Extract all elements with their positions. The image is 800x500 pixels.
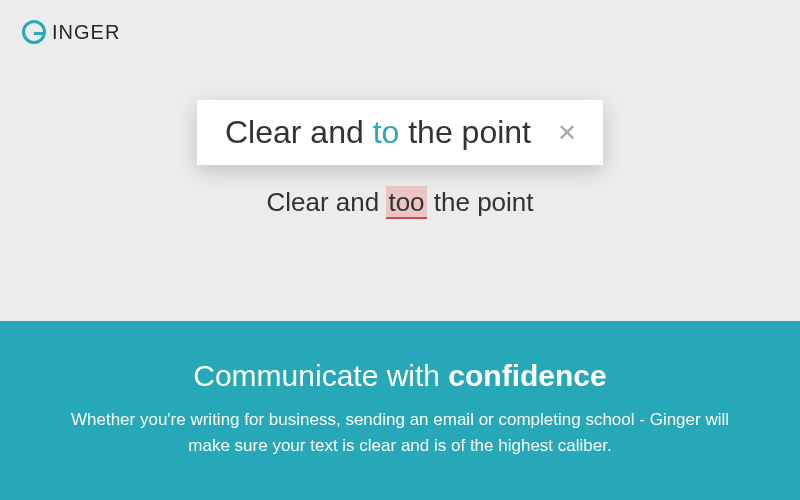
footer-banner: Communicate with confidence Whether you'…	[0, 321, 800, 500]
close-icon[interactable]: ✕	[551, 121, 583, 145]
original-sentence: Clear and too the point	[266, 187, 533, 218]
footer-body: Whether you're writing for business, sen…	[60, 407, 740, 458]
original-before: Clear and	[266, 187, 386, 217]
logo-g-icon	[22, 20, 46, 44]
footer-title-bold: confidence	[448, 359, 606, 392]
correction-after: the point	[399, 114, 531, 150]
correction-text: Clear and to the point	[225, 114, 531, 151]
error-word[interactable]: too	[386, 186, 426, 219]
footer-title-prefix: Communicate with	[193, 359, 448, 392]
brand-name: INGER	[52, 21, 120, 44]
correction-suggestion-box[interactable]: Clear and to the point ✕	[197, 100, 603, 165]
correction-before: Clear and	[225, 114, 373, 150]
correction-highlight-word: to	[373, 114, 400, 150]
brand-logo: INGER	[22, 20, 120, 44]
footer-title: Communicate with confidence	[60, 359, 740, 393]
original-after: the point	[427, 187, 534, 217]
